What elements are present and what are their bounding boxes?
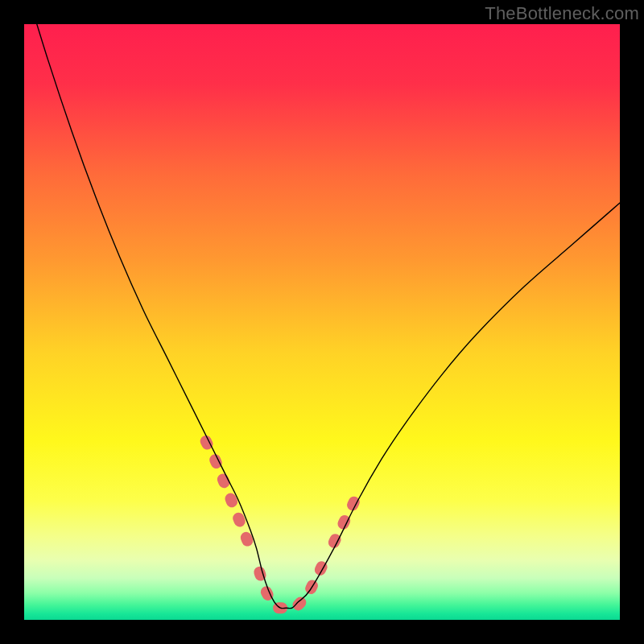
highlight-segment [206,441,251,548]
watermark-text: TheBottleneck.com [485,3,639,24]
highlight-segments [206,441,358,608]
plot-area [24,24,620,620]
highlight-segment [259,560,324,608]
chart-frame: TheBottleneck.com [0,0,644,644]
curve-overlay [24,24,620,620]
highlight-segment [334,495,358,543]
bottleneck-curve [24,24,620,609]
